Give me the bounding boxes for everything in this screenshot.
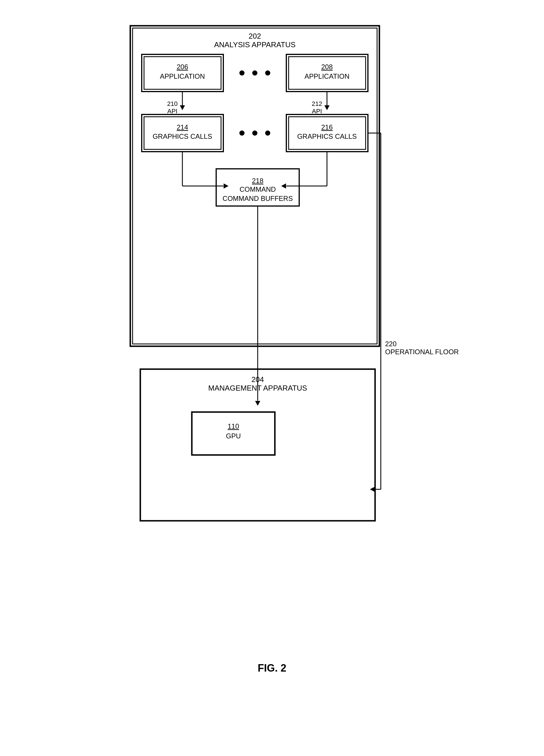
dots-1	[239, 70, 244, 76]
graphics1-label: GRAPHICS CALLS	[153, 132, 212, 140]
dots-6	[265, 130, 270, 136]
graphics1-ref: 214	[177, 123, 188, 131]
arrowhead-into-mgmt	[255, 401, 260, 406]
app1-ref: 206	[177, 63, 188, 71]
api1-label: API	[167, 108, 177, 115]
graphics2-label: GRAPHICS CALLS	[297, 132, 357, 140]
graphics2-ref: 216	[321, 123, 333, 131]
arrowhead-gc1-cmd	[223, 183, 228, 189]
arrowhead-app1-api1	[180, 105, 185, 110]
api2-label: API	[312, 108, 322, 115]
diagram-container: 202 ANALYSIS APPARATUS 206 APPLICATION 2…	[114, 17, 430, 648]
arrowhead-gc2-cmd	[281, 183, 286, 189]
figure-caption: FIG. 2	[258, 662, 286, 674]
api1-ref: 210	[167, 100, 178, 107]
cmd-label2: COMMAND BUFFERS	[222, 195, 293, 202]
op-floor-label: OPERATIONAL FLOOR	[385, 348, 459, 356]
dots-2	[252, 70, 257, 76]
analysis-ref: 202	[248, 32, 261, 40]
cmd-label1: COMMAND	[239, 185, 276, 193]
gpu-ref: 110	[227, 422, 239, 430]
dots-3	[265, 70, 270, 76]
app2-label: APPLICATION	[305, 72, 350, 80]
page-container: 202 ANALYSIS APPARATUS 206 APPLICATION 2…	[0, 0, 544, 756]
app2-ref: 208	[321, 63, 333, 71]
cmd-ref: 218	[252, 177, 263, 185]
gpu-label: GPU	[226, 432, 241, 440]
dots-4	[239, 130, 244, 136]
app1-label: APPLICATION	[160, 72, 205, 80]
analysis-label: ANALYSIS APPARATUS	[214, 40, 296, 49]
api2-ref: 212	[312, 100, 323, 107]
arrowhead-op-floor-mgmt	[370, 487, 375, 492]
op-floor-ref: 220	[385, 340, 397, 348]
dots-5	[252, 130, 257, 136]
arrowhead-app2-api2	[325, 105, 330, 110]
